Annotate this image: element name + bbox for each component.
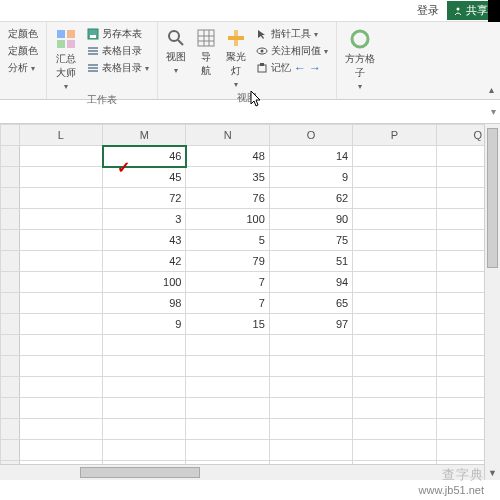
share-button[interactable]: 共享 [447, 1, 494, 20]
view-button[interactable]: 视图▾ [164, 26, 188, 77]
horizontal-scrollbar[interactable] [0, 464, 484, 480]
cell-O6[interactable]: 51 [269, 251, 352, 272]
cell-M6[interactable]: 42 [103, 251, 186, 272]
cell-P10[interactable] [353, 335, 436, 356]
cell-P6[interactable] [353, 251, 436, 272]
cell-N9[interactable]: 15 [186, 314, 269, 335]
col-header-N[interactable]: N [186, 125, 269, 146]
cell-O3[interactable]: 62 [269, 188, 352, 209]
cell-L15[interactable] [19, 440, 102, 461]
cell-L6[interactable] [19, 251, 102, 272]
spreadsheet-grid[interactable]: LMNOPQ 464814453597276623100904357542795… [0, 124, 500, 480]
cell-N12[interactable] [186, 377, 269, 398]
same-value[interactable]: 关注相同值 ▾ [254, 43, 330, 59]
cell-M1[interactable]: 46 [103, 146, 186, 167]
cell-L14[interactable] [19, 419, 102, 440]
cell-L1[interactable] [19, 146, 102, 167]
cell-N8[interactable]: 7 [186, 293, 269, 314]
summary-master-button[interactable]: 汇总 大师 ▾ [53, 26, 79, 93]
cell-L8[interactable] [19, 293, 102, 314]
ribbon-collapse[interactable]: ▴ [489, 84, 494, 95]
cell-N15[interactable] [186, 440, 269, 461]
cell-O2[interactable]: 9 [269, 167, 352, 188]
cell-N4[interactable]: 100 [186, 209, 269, 230]
cell-P7[interactable] [353, 272, 436, 293]
cell-M2[interactable]: 45 [103, 167, 186, 188]
cell-N2[interactable]: 35 [186, 167, 269, 188]
cell-L7[interactable] [19, 272, 102, 293]
nav-button[interactable]: 导 航 [194, 26, 218, 80]
cell-L2[interactable] [19, 167, 102, 188]
cell-M13[interactable] [103, 398, 186, 419]
cell-O5[interactable]: 75 [269, 230, 352, 251]
cell-N5[interactable]: 5 [186, 230, 269, 251]
analyze-item[interactable]: 分析 ▾ [6, 60, 40, 76]
col-header-O[interactable]: O [269, 125, 352, 146]
cell-P9[interactable] [353, 314, 436, 335]
cell-M5[interactable]: 43 [103, 230, 186, 251]
cell-P12[interactable] [353, 377, 436, 398]
cell-P2[interactable] [353, 167, 436, 188]
cell-N1[interactable]: 48 [186, 146, 269, 167]
vertical-scrollbar[interactable]: ▼ [484, 124, 500, 480]
cell-O12[interactable] [269, 377, 352, 398]
cell-O1[interactable]: 14 [269, 146, 352, 167]
cell-O7[interactable]: 94 [269, 272, 352, 293]
cell-L11[interactable] [19, 356, 102, 377]
scrollbar-thumb[interactable] [487, 128, 498, 268]
cell-P11[interactable] [353, 356, 436, 377]
cell-O10[interactable] [269, 335, 352, 356]
cell-N14[interactable] [186, 419, 269, 440]
cell-P14[interactable] [353, 419, 436, 440]
cell-L10[interactable] [19, 335, 102, 356]
nav-fwd[interactable]: → [309, 61, 321, 75]
cell-M9[interactable]: 9 [103, 314, 186, 335]
spotlight-button[interactable]: 聚光 灯▾ [224, 26, 248, 91]
cell-P13[interactable] [353, 398, 436, 419]
cell-N11[interactable] [186, 356, 269, 377]
login-link[interactable]: 登录 [417, 3, 439, 18]
cell-M11[interactable] [103, 356, 186, 377]
color-item-2[interactable]: 定颜色 [6, 43, 40, 59]
cell-M3[interactable]: 72 [103, 188, 186, 209]
memory-nav[interactable]: 记忆 ← → [254, 60, 330, 76]
cell-M12[interactable] [103, 377, 186, 398]
cell-L4[interactable] [19, 209, 102, 230]
cell-L3[interactable] [19, 188, 102, 209]
cell-O15[interactable] [269, 440, 352, 461]
cell-M14[interactable] [103, 419, 186, 440]
cell-N3[interactable]: 76 [186, 188, 269, 209]
nav-back[interactable]: ← [294, 61, 306, 75]
cell-O8[interactable]: 65 [269, 293, 352, 314]
col-header-M[interactable]: M [103, 125, 186, 146]
sheet-index-2[interactable]: 表格目录 ▾ [85, 60, 151, 76]
cell-O13[interactable] [269, 398, 352, 419]
cell-L5[interactable] [19, 230, 102, 251]
formula-expand[interactable]: ▾ [491, 106, 496, 117]
pointer-tool[interactable]: 指针工具 ▾ [254, 26, 330, 42]
cell-P3[interactable] [353, 188, 436, 209]
cell-P8[interactable] [353, 293, 436, 314]
cell-O4[interactable]: 90 [269, 209, 352, 230]
cell-N13[interactable] [186, 398, 269, 419]
cell-M4[interactable]: 3 [103, 209, 186, 230]
scroll-down[interactable]: ▼ [485, 468, 500, 478]
cell-P4[interactable] [353, 209, 436, 230]
cell-L9[interactable] [19, 314, 102, 335]
cell-M7[interactable]: 100 [103, 272, 186, 293]
cell-M15[interactable] [103, 440, 186, 461]
cell-P15[interactable] [353, 440, 436, 461]
cell-O14[interactable] [269, 419, 352, 440]
cell-N7[interactable]: 7 [186, 272, 269, 293]
cell-L12[interactable] [19, 377, 102, 398]
cell-N10[interactable] [186, 335, 269, 356]
save-sheet-button[interactable]: 另存本表 [85, 26, 151, 42]
color-item-1[interactable]: 定颜色 [6, 26, 40, 42]
cell-M8[interactable]: 98 [103, 293, 186, 314]
col-header-L[interactable]: L [19, 125, 102, 146]
cell-M10[interactable] [103, 335, 186, 356]
cell-N6[interactable]: 79 [186, 251, 269, 272]
cell-P1[interactable] [353, 146, 436, 167]
sheet-index-1[interactable]: 表格目录 [85, 43, 151, 59]
cell-O11[interactable] [269, 356, 352, 377]
